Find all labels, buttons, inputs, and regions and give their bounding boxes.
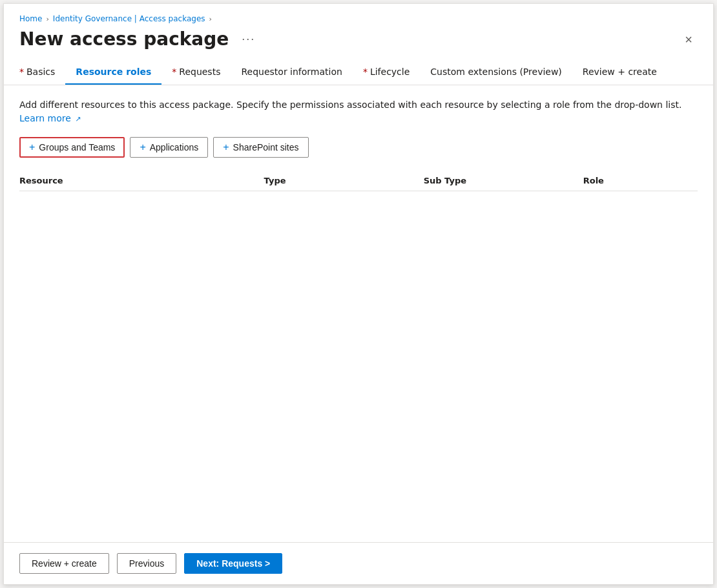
page-title: New access package xyxy=(19,28,229,50)
description-text: Add different resources to this access p… xyxy=(19,98,698,125)
tab-label: Custom extensions (Preview) xyxy=(430,67,562,77)
tab-lifecycle[interactable]: *Lifecycle xyxy=(353,60,420,85)
page-title-row: New access package ··· × xyxy=(19,28,698,50)
breadcrumb-sep2: › xyxy=(209,15,212,23)
tab-required-star: * xyxy=(172,67,176,77)
resource-btn-label: Groups and Teams xyxy=(39,142,115,152)
tab-resource-roles[interactable]: Resource roles xyxy=(65,60,161,85)
table-header-role: Role xyxy=(578,176,698,185)
page-title-left: New access package ··· xyxy=(19,28,260,50)
plus-icon: + xyxy=(140,142,145,152)
tab-basics[interactable]: *Basics xyxy=(19,60,65,85)
tab-label: Basics xyxy=(26,67,55,77)
tab-requests[interactable]: *Requests xyxy=(161,60,231,85)
table-header-type: Type xyxy=(259,176,419,185)
tab-label: Lifecycle xyxy=(370,67,410,77)
tab-label: Requests xyxy=(179,67,220,77)
ellipsis-button[interactable]: ··· xyxy=(236,30,260,48)
table-body xyxy=(19,191,698,450)
tabs-container: *BasicsResource roles*RequestsRequestor … xyxy=(4,60,713,85)
next-button[interactable]: Next: Requests > xyxy=(184,553,282,574)
resource-btn-label: Applications xyxy=(150,142,199,152)
tab-required-star: * xyxy=(363,67,368,77)
panel-body: Add different resources to this access p… xyxy=(4,85,713,542)
table-header: ResourceTypeSub TypeRole xyxy=(19,171,698,191)
learn-more-link[interactable]: Learn more ↗ xyxy=(19,113,81,123)
review-create-button[interactable]: Review + create xyxy=(19,553,109,574)
tab-required-star: * xyxy=(19,67,24,77)
tab-requestor-info[interactable]: Requestor information xyxy=(231,60,352,85)
resource-btn-label: SharePoint sites xyxy=(233,142,299,152)
resource-btn-applications[interactable]: +Applications xyxy=(130,137,208,158)
breadcrumb-governance[interactable]: Identity Governance | Access packages xyxy=(53,14,205,23)
plus-icon: + xyxy=(29,142,35,152)
tab-custom-extensions[interactable]: Custom extensions (Preview) xyxy=(420,60,572,85)
resource-btn-sharepoint[interactable]: +SharePoint sites xyxy=(213,137,308,158)
breadcrumb-sep1: › xyxy=(46,15,48,23)
resource-btn-groups-teams[interactable]: +Groups and Teams xyxy=(19,137,125,158)
tab-label: Requestor information xyxy=(241,67,342,77)
resource-buttons-row: +Groups and Teams+Applications+SharePoin… xyxy=(19,137,698,158)
breadcrumb-home[interactable]: Home xyxy=(19,14,42,23)
panel-footer: Review + create Previous Next: Requests … xyxy=(4,542,713,584)
table-header-sub-type: Sub Type xyxy=(419,176,578,185)
tab-label: Resource roles xyxy=(76,67,151,77)
table-header-resource: Resource xyxy=(19,176,259,185)
panel-header: Home › Identity Governance | Access pack… xyxy=(4,4,713,60)
tab-review-create[interactable]: Review + create xyxy=(572,60,667,85)
external-link-icon: ↗ xyxy=(75,115,81,123)
close-button[interactable]: × xyxy=(680,30,698,48)
tab-label: Review + create xyxy=(583,67,657,77)
breadcrumb: Home › Identity Governance | Access pack… xyxy=(19,14,698,23)
previous-button[interactable]: Previous xyxy=(117,553,176,574)
new-access-package-panel: Home › Identity Governance | Access pack… xyxy=(3,3,714,585)
plus-icon: + xyxy=(223,142,229,152)
